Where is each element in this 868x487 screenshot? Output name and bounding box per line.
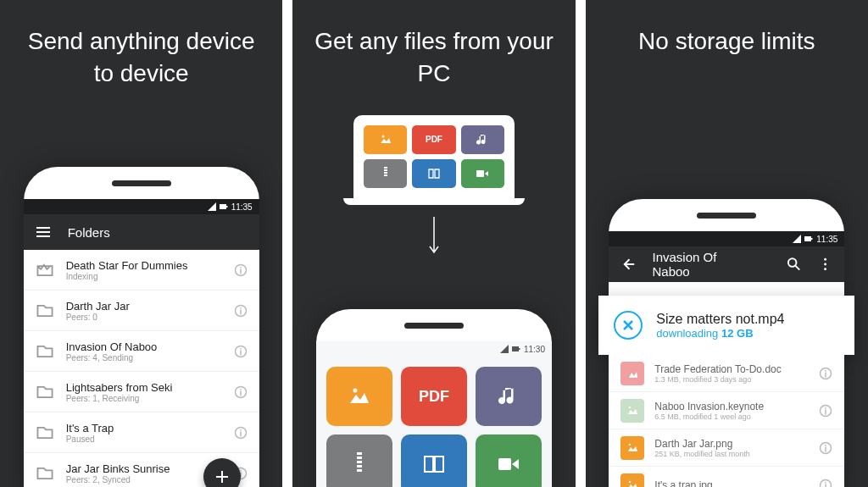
folder-row[interactable]: Death Star For Dummies Indexing: [24, 250, 259, 291]
battery-icon: [220, 202, 228, 211]
file-meta: 6.5 MB, modified 1 weel ago: [654, 412, 809, 421]
folder-subtext: Paused: [66, 434, 222, 444]
folder-name: It's a Trap: [66, 422, 222, 434]
info-icon[interactable]: [234, 385, 248, 399]
file-row[interactable]: Trade Federation To-Do.doc 1.3 MB, modif…: [609, 355, 844, 392]
hamburger-icon[interactable]: [36, 224, 51, 240]
svg-rect-14: [512, 346, 519, 351]
file-row[interactable]: Darth Jar Jar.png 251 KB, modified last …: [609, 429, 844, 467]
folder-list: Death Star For Dummies Indexing Darth Ja…: [24, 250, 259, 487]
file-list: Trade Federation To-Do.doc 1.3 MB, modif…: [609, 355, 844, 487]
laptop-screen: PDF: [353, 115, 515, 198]
info-icon[interactable]: [234, 304, 248, 318]
app-bar: Folders: [24, 214, 259, 250]
info-icon[interactable]: [819, 367, 832, 380]
appbar-title: Invasion Of Naboo: [652, 250, 753, 279]
search-icon[interactable]: [787, 257, 801, 272]
folder-subtext: Peers: 4, Sending: [66, 353, 222, 362]
file-row[interactable]: It's a trap.jpg: [609, 467, 844, 487]
file-thumb: [620, 399, 644, 423]
file-meta: 1.3 MB, modified 3 days ago: [654, 375, 809, 384]
status-bar: 11:30: [316, 341, 552, 357]
file-row[interactable]: Naboo Invasion.keynote 6.5 MB, modified …: [609, 392, 844, 429]
status-bar: 11:35: [24, 199, 259, 214]
svg-rect-20: [357, 465, 362, 468]
svg-point-8: [381, 135, 384, 137]
download-filename: Size matters not.mp4: [656, 312, 784, 327]
file-thumb: [620, 473, 644, 488]
svg-rect-12: [384, 174, 387, 176]
svg-rect-22: [498, 458, 511, 470]
headline-1: Send anything device to device: [0, 25, 282, 90]
more-vert-icon[interactable]: [818, 257, 832, 272]
cancel-download-button[interactable]: [614, 311, 643, 340]
folder-name: Invasion Of Naboo: [66, 340, 222, 353]
back-arrow-icon[interactable]: [620, 257, 635, 272]
signal-icon: [793, 235, 801, 243]
panel-1: Send anything device to device 11:35 Fol…: [0, 0, 282, 487]
info-icon[interactable]: [234, 345, 248, 358]
folder-icon: [36, 464, 54, 483]
signal-icon: [208, 202, 216, 211]
file-name: Trade Federation To-Do.doc: [654, 363, 809, 375]
arrow-down-icon: [292, 215, 575, 261]
svg-point-34: [629, 480, 631, 482]
folder-row[interactable]: Invasion Of Naboo Peers: 4, Sending: [24, 331, 259, 372]
file-name: It's a trap.jpg: [654, 479, 809, 488]
tile-book-icon[interactable]: [401, 434, 467, 487]
svg-rect-0: [220, 204, 226, 209]
svg-rect-19: [357, 461, 362, 463]
laptop: PDF: [353, 115, 515, 205]
tile-zip-icon[interactable]: [326, 434, 392, 487]
battery-icon: [804, 235, 813, 243]
info-icon[interactable]: [819, 404, 832, 418]
phone-frame-1: 11:35 Folders Death Star For Dummies Ind…: [24, 167, 259, 487]
phone-top: [316, 309, 552, 341]
status-time: 11:35: [816, 235, 837, 244]
svg-rect-9: [384, 167, 387, 169]
svg-rect-18: [357, 457, 362, 459]
svg-rect-1: [226, 206, 228, 208]
folder-row[interactable]: It's a Trap Paused: [24, 412, 259, 453]
folder-row[interactable]: Lightsabers from Seki Peers: 1, Receivin…: [24, 372, 259, 412]
folder-subtext: Peers: 0: [66, 313, 222, 322]
speaker-slot: [404, 323, 464, 329]
panel-3: No storage limits 11:35 Invasion Of Nabo…: [586, 0, 868, 487]
svg-rect-11: [384, 172, 387, 174]
download-status: downloading 12 GB: [656, 327, 784, 340]
tile-video-icon[interactable]: [476, 434, 542, 487]
tile-pdf[interactable]: PDF: [401, 367, 467, 426]
tile-music-icon[interactable]: [476, 367, 542, 426]
tile-book-icon: [412, 159, 455, 188]
info-icon[interactable]: [819, 441, 832, 455]
folder-name: Death Star For Dummies: [66, 259, 222, 272]
folder-row[interactable]: Darth Jar Jar Peers: 0: [24, 291, 259, 331]
file-thumb: [620, 436, 644, 460]
svg-point-30: [629, 406, 631, 407]
panel-2: Get any files from your PC PDF 11:30 PDF: [292, 0, 575, 487]
svg-rect-23: [804, 236, 811, 241]
folder-icon: [36, 342, 54, 361]
phone2-tile-grid: PDF: [316, 357, 552, 487]
folder-icon: [36, 423, 54, 442]
plus-icon: [214, 468, 231, 485]
status-time: 11:30: [524, 345, 545, 354]
download-card: Size matters not.mp4 downloading 12 GB: [598, 296, 854, 355]
info-icon[interactable]: [234, 426, 248, 440]
info-icon[interactable]: [234, 263, 248, 277]
tile-image-icon[interactable]: [326, 367, 392, 426]
headline-3: No storage limits: [586, 25, 868, 58]
folder-icon: [36, 383, 54, 401]
folder-subtext: Peers: 1, Receiving: [66, 394, 222, 403]
svg-point-26: [824, 258, 826, 261]
phone-frame-2: 11:30 PDF: [316, 309, 552, 487]
file-thumb: [620, 362, 644, 385]
signal-icon: [500, 345, 509, 353]
svg-point-32: [629, 443, 631, 445]
info-icon[interactable]: [819, 479, 832, 488]
status-time: 11:35: [231, 202, 253, 212]
svg-point-28: [824, 268, 826, 270]
svg-rect-17: [357, 452, 362, 455]
svg-rect-13: [476, 170, 484, 177]
tile-image-icon: [364, 125, 407, 154]
